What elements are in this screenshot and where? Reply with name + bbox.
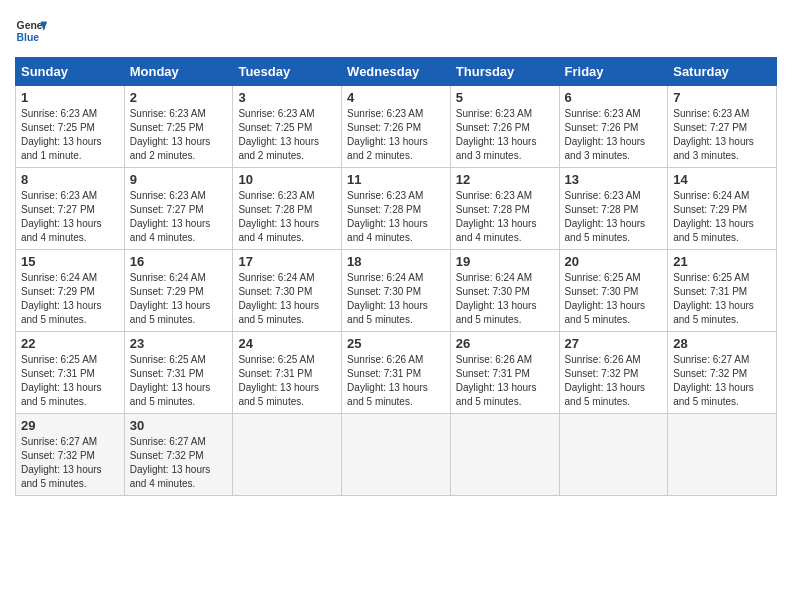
- cell-info: Sunrise: 6:26 AMSunset: 7:32 PMDaylight:…: [565, 353, 663, 409]
- cell-info: Sunrise: 6:25 AMSunset: 7:30 PMDaylight:…: [565, 271, 663, 327]
- cell-info: Sunrise: 6:24 AMSunset: 7:29 PMDaylight:…: [673, 189, 771, 245]
- day-cell: 20Sunrise: 6:25 AMSunset: 7:30 PMDayligh…: [559, 250, 668, 332]
- day-number: 22: [21, 336, 119, 351]
- cell-info: Sunrise: 6:27 AMSunset: 7:32 PMDaylight:…: [21, 435, 119, 491]
- logo: General Blue: [15, 15, 47, 47]
- day-cell: 10Sunrise: 6:23 AMSunset: 7:28 PMDayligh…: [233, 168, 342, 250]
- day-number: 28: [673, 336, 771, 351]
- day-number: 15: [21, 254, 119, 269]
- day-cell: 21Sunrise: 6:25 AMSunset: 7:31 PMDayligh…: [668, 250, 777, 332]
- day-cell: 8Sunrise: 6:23 AMSunset: 7:27 PMDaylight…: [16, 168, 125, 250]
- cell-info: Sunrise: 6:23 AMSunset: 7:27 PMDaylight:…: [673, 107, 771, 163]
- cell-info: Sunrise: 6:24 AMSunset: 7:30 PMDaylight:…: [456, 271, 554, 327]
- cell-info: Sunrise: 6:23 AMSunset: 7:26 PMDaylight:…: [456, 107, 554, 163]
- cell-info: Sunrise: 6:23 AMSunset: 7:28 PMDaylight:…: [347, 189, 445, 245]
- day-number: 27: [565, 336, 663, 351]
- weekday-wednesday: Wednesday: [342, 58, 451, 86]
- cell-info: Sunrise: 6:23 AMSunset: 7:26 PMDaylight:…: [565, 107, 663, 163]
- cell-info: Sunrise: 6:23 AMSunset: 7:27 PMDaylight:…: [130, 189, 228, 245]
- day-cell: 22Sunrise: 6:25 AMSunset: 7:31 PMDayligh…: [16, 332, 125, 414]
- day-number: 5: [456, 90, 554, 105]
- day-cell: 28Sunrise: 6:27 AMSunset: 7:32 PMDayligh…: [668, 332, 777, 414]
- day-cell: 14Sunrise: 6:24 AMSunset: 7:29 PMDayligh…: [668, 168, 777, 250]
- day-cell: 12Sunrise: 6:23 AMSunset: 7:28 PMDayligh…: [450, 168, 559, 250]
- day-number: 4: [347, 90, 445, 105]
- calendar-body: 1Sunrise: 6:23 AMSunset: 7:25 PMDaylight…: [16, 86, 777, 496]
- day-number: 17: [238, 254, 336, 269]
- day-cell: 6Sunrise: 6:23 AMSunset: 7:26 PMDaylight…: [559, 86, 668, 168]
- day-cell: 3Sunrise: 6:23 AMSunset: 7:25 PMDaylight…: [233, 86, 342, 168]
- day-cell: 5Sunrise: 6:23 AMSunset: 7:26 PMDaylight…: [450, 86, 559, 168]
- week-row-3: 15Sunrise: 6:24 AMSunset: 7:29 PMDayligh…: [16, 250, 777, 332]
- day-number: 8: [21, 172, 119, 187]
- week-row-1: 1Sunrise: 6:23 AMSunset: 7:25 PMDaylight…: [16, 86, 777, 168]
- day-cell: 29Sunrise: 6:27 AMSunset: 7:32 PMDayligh…: [16, 414, 125, 496]
- week-row-5: 29Sunrise: 6:27 AMSunset: 7:32 PMDayligh…: [16, 414, 777, 496]
- weekday-thursday: Thursday: [450, 58, 559, 86]
- cell-info: Sunrise: 6:25 AMSunset: 7:31 PMDaylight:…: [238, 353, 336, 409]
- cell-info: Sunrise: 6:23 AMSunset: 7:28 PMDaylight:…: [238, 189, 336, 245]
- cell-info: Sunrise: 6:23 AMSunset: 7:28 PMDaylight:…: [456, 189, 554, 245]
- day-cell: 11Sunrise: 6:23 AMSunset: 7:28 PMDayligh…: [342, 168, 451, 250]
- cell-info: Sunrise: 6:23 AMSunset: 7:26 PMDaylight:…: [347, 107, 445, 163]
- day-cell: 2Sunrise: 6:23 AMSunset: 7:25 PMDaylight…: [124, 86, 233, 168]
- day-number: 26: [456, 336, 554, 351]
- day-number: 7: [673, 90, 771, 105]
- day-cell: 19Sunrise: 6:24 AMSunset: 7:30 PMDayligh…: [450, 250, 559, 332]
- weekday-sunday: Sunday: [16, 58, 125, 86]
- cell-info: Sunrise: 6:25 AMSunset: 7:31 PMDaylight:…: [21, 353, 119, 409]
- day-number: 12: [456, 172, 554, 187]
- cell-info: Sunrise: 6:27 AMSunset: 7:32 PMDaylight:…: [673, 353, 771, 409]
- cell-info: Sunrise: 6:26 AMSunset: 7:31 PMDaylight:…: [456, 353, 554, 409]
- day-number: 10: [238, 172, 336, 187]
- day-number: 13: [565, 172, 663, 187]
- day-cell: 17Sunrise: 6:24 AMSunset: 7:30 PMDayligh…: [233, 250, 342, 332]
- day-cell: 18Sunrise: 6:24 AMSunset: 7:30 PMDayligh…: [342, 250, 451, 332]
- day-cell: [342, 414, 451, 496]
- cell-info: Sunrise: 6:27 AMSunset: 7:32 PMDaylight:…: [130, 435, 228, 491]
- day-cell: 30Sunrise: 6:27 AMSunset: 7:32 PMDayligh…: [124, 414, 233, 496]
- cell-info: Sunrise: 6:24 AMSunset: 7:29 PMDaylight:…: [130, 271, 228, 327]
- weekday-tuesday: Tuesday: [233, 58, 342, 86]
- day-number: 20: [565, 254, 663, 269]
- day-cell: 25Sunrise: 6:26 AMSunset: 7:31 PMDayligh…: [342, 332, 451, 414]
- day-cell: 23Sunrise: 6:25 AMSunset: 7:31 PMDayligh…: [124, 332, 233, 414]
- day-number: 6: [565, 90, 663, 105]
- cell-info: Sunrise: 6:24 AMSunset: 7:30 PMDaylight:…: [347, 271, 445, 327]
- week-row-2: 8Sunrise: 6:23 AMSunset: 7:27 PMDaylight…: [16, 168, 777, 250]
- week-row-4: 22Sunrise: 6:25 AMSunset: 7:31 PMDayligh…: [16, 332, 777, 414]
- cell-info: Sunrise: 6:23 AMSunset: 7:25 PMDaylight:…: [130, 107, 228, 163]
- day-cell: 13Sunrise: 6:23 AMSunset: 7:28 PMDayligh…: [559, 168, 668, 250]
- day-number: 19: [456, 254, 554, 269]
- cell-info: Sunrise: 6:23 AMSunset: 7:28 PMDaylight:…: [565, 189, 663, 245]
- day-number: 23: [130, 336, 228, 351]
- cell-info: Sunrise: 6:24 AMSunset: 7:30 PMDaylight:…: [238, 271, 336, 327]
- day-number: 16: [130, 254, 228, 269]
- day-number: 14: [673, 172, 771, 187]
- day-number: 1: [21, 90, 119, 105]
- day-number: 18: [347, 254, 445, 269]
- day-cell: 16Sunrise: 6:24 AMSunset: 7:29 PMDayligh…: [124, 250, 233, 332]
- day-cell: [668, 414, 777, 496]
- weekday-monday: Monday: [124, 58, 233, 86]
- cell-info: Sunrise: 6:23 AMSunset: 7:27 PMDaylight:…: [21, 189, 119, 245]
- day-number: 11: [347, 172, 445, 187]
- day-number: 25: [347, 336, 445, 351]
- day-number: 30: [130, 418, 228, 433]
- cell-info: Sunrise: 6:24 AMSunset: 7:29 PMDaylight:…: [21, 271, 119, 327]
- day-cell: [450, 414, 559, 496]
- weekday-header: SundayMondayTuesdayWednesdayThursdayFrid…: [16, 58, 777, 86]
- logo-icon: General Blue: [15, 15, 47, 47]
- weekday-saturday: Saturday: [668, 58, 777, 86]
- day-number: 9: [130, 172, 228, 187]
- day-number: 29: [21, 418, 119, 433]
- day-number: 24: [238, 336, 336, 351]
- cell-info: Sunrise: 6:23 AMSunset: 7:25 PMDaylight:…: [238, 107, 336, 163]
- day-cell: 1Sunrise: 6:23 AMSunset: 7:25 PMDaylight…: [16, 86, 125, 168]
- weekday-friday: Friday: [559, 58, 668, 86]
- day-cell: [233, 414, 342, 496]
- day-cell: 4Sunrise: 6:23 AMSunset: 7:26 PMDaylight…: [342, 86, 451, 168]
- cell-info: Sunrise: 6:26 AMSunset: 7:31 PMDaylight:…: [347, 353, 445, 409]
- day-cell: 26Sunrise: 6:26 AMSunset: 7:31 PMDayligh…: [450, 332, 559, 414]
- cell-info: Sunrise: 6:23 AMSunset: 7:25 PMDaylight:…: [21, 107, 119, 163]
